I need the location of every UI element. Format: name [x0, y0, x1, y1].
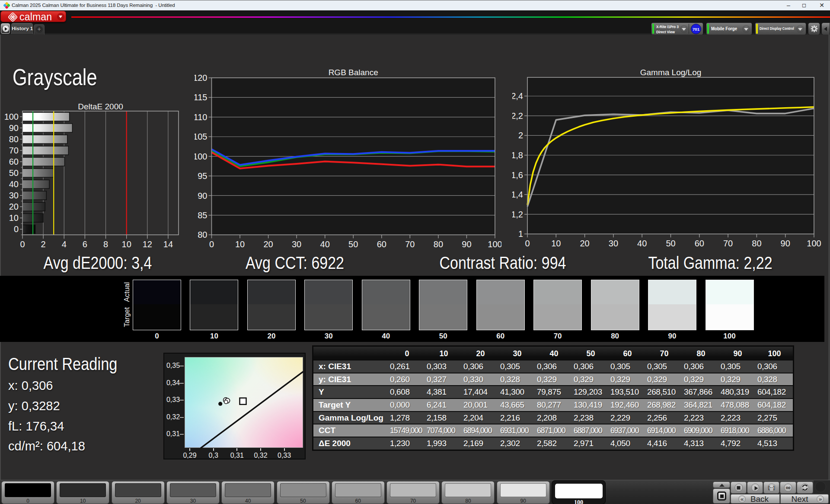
svg-text:0: 0 [209, 239, 214, 249]
svg-text:100: 100 [4, 112, 19, 121]
svg-text:0: 0 [20, 239, 25, 249]
svg-text:80: 80 [752, 239, 761, 248]
svg-text:0: 0 [525, 239, 530, 248]
svg-text:30: 30 [609, 239, 618, 248]
svg-text:20: 20 [9, 202, 19, 211]
svg-text:80: 80 [198, 230, 207, 239]
svg-text:105: 105 [195, 132, 208, 141]
svg-text:10: 10 [9, 213, 19, 223]
svg-text:95: 95 [198, 171, 207, 181]
svg-text:DeltaE 2000: DeltaE 2000 [78, 103, 123, 111]
svg-text:40: 40 [9, 179, 19, 189]
svg-text:80: 80 [434, 239, 443, 249]
svg-text:Gamma Log/Log: Gamma Log/Log [640, 69, 702, 77]
svg-text:50: 50 [9, 168, 19, 178]
svg-text:60: 60 [377, 239, 386, 249]
svg-text:100: 100 [195, 152, 208, 161]
svg-text:60: 60 [695, 239, 704, 248]
svg-text:1,2: 1,2 [512, 210, 523, 219]
svg-text:14: 14 [163, 239, 173, 249]
svg-text:12: 12 [143, 239, 152, 249]
svg-text:2: 2 [41, 239, 46, 249]
svg-text:30: 30 [9, 191, 19, 200]
svg-text:RGB Balance: RGB Balance [329, 69, 378, 77]
svg-text:10: 10 [551, 239, 561, 248]
svg-text:10: 10 [235, 239, 245, 249]
svg-text:50: 50 [666, 239, 675, 248]
svg-text:1,6: 1,6 [512, 170, 523, 180]
svg-text:50: 50 [348, 239, 358, 249]
svg-text:90: 90 [9, 123, 19, 133]
svg-text:6: 6 [83, 239, 87, 249]
svg-text:0: 0 [14, 224, 19, 234]
svg-text:70: 70 [405, 239, 415, 249]
svg-text:115: 115 [195, 93, 208, 102]
svg-text:110: 110 [195, 112, 208, 122]
svg-text:90: 90 [198, 191, 207, 201]
svg-text:20: 20 [580, 239, 589, 248]
svg-text:100: 100 [488, 239, 501, 249]
svg-text:40: 40 [637, 239, 647, 248]
svg-text:10: 10 [122, 239, 131, 249]
svg-text:85: 85 [198, 211, 207, 220]
svg-text:20: 20 [263, 239, 273, 249]
svg-text:1: 1 [518, 229, 523, 239]
svg-text:120: 120 [195, 73, 208, 83]
svg-text:90: 90 [462, 239, 471, 249]
svg-text:1,8: 1,8 [512, 150, 523, 160]
svg-text:90: 90 [781, 239, 790, 248]
svg-text:70: 70 [9, 146, 19, 155]
svg-text:1,4: 1,4 [512, 190, 523, 199]
svg-text:30: 30 [292, 239, 301, 249]
svg-text:2,4: 2,4 [512, 91, 523, 101]
svg-text:2,2: 2,2 [512, 111, 523, 121]
svg-text:70: 70 [723, 239, 733, 248]
svg-text:60: 60 [9, 157, 19, 166]
svg-text:80: 80 [9, 134, 19, 144]
svg-text:100: 100 [807, 239, 821, 248]
svg-text:40: 40 [320, 239, 330, 249]
svg-text:4: 4 [62, 239, 67, 249]
svg-text:2: 2 [518, 131, 523, 140]
svg-text:8: 8 [103, 239, 108, 249]
